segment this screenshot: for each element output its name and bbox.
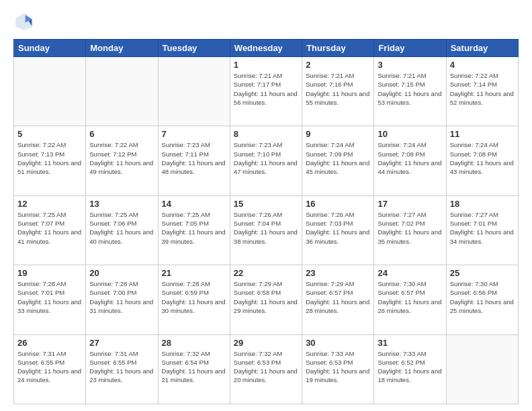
calendar-cell: 13Sunrise: 7:25 AM Sunset: 7:06 PM Dayli…: [86, 195, 158, 265]
day-info: Sunrise: 7:29 AM Sunset: 6:57 PM Dayligh…: [306, 279, 370, 315]
day-info: Sunrise: 7:26 AM Sunset: 7:04 PM Dayligh…: [234, 210, 298, 246]
calendar-cell: [158, 57, 230, 126]
calendar-cell: 2Sunrise: 7:21 AM Sunset: 7:16 PM Daylig…: [302, 57, 374, 126]
logo-icon: [13, 11, 35, 32]
calendar-cell: 5Sunrise: 7:22 AM Sunset: 7:13 PM Daylig…: [14, 126, 86, 195]
day-info: Sunrise: 7:33 AM Sunset: 6:53 PM Dayligh…: [306, 349, 370, 385]
calendar-cell: [446, 334, 518, 404]
calendar-cell: 30Sunrise: 7:33 AM Sunset: 6:53 PM Dayli…: [302, 334, 374, 404]
logo: [13, 11, 38, 32]
day-info: Sunrise: 7:23 AM Sunset: 7:11 PM Dayligh…: [162, 140, 226, 176]
day-number: 30: [306, 338, 370, 348]
day-number: 14: [162, 199, 226, 209]
calendar-cell: 4Sunrise: 7:22 AM Sunset: 7:14 PM Daylig…: [446, 57, 518, 126]
day-header-tuesday: Tuesday: [158, 40, 230, 57]
day-info: Sunrise: 7:30 AM Sunset: 6:56 PM Dayligh…: [450, 279, 515, 315]
calendar-cell: 7Sunrise: 7:23 AM Sunset: 7:11 PM Daylig…: [158, 126, 230, 195]
day-number: 1: [234, 60, 298, 70]
day-number: 3: [378, 60, 442, 70]
day-number: 4: [450, 60, 515, 70]
day-header-wednesday: Wednesday: [230, 40, 302, 57]
day-header-saturday: Saturday: [446, 40, 518, 57]
calendar-cell: 3Sunrise: 7:21 AM Sunset: 7:15 PM Daylig…: [374, 57, 446, 126]
day-number: 21: [162, 268, 226, 278]
day-number: 11: [450, 129, 515, 139]
calendar-week-1: 5Sunrise: 7:22 AM Sunset: 7:13 PM Daylig…: [14, 126, 519, 195]
day-number: 20: [89, 268, 154, 278]
calendar-table: SundayMondayTuesdayWednesdayThursdayFrid…: [13, 39, 519, 404]
day-number: 16: [306, 199, 370, 209]
day-info: Sunrise: 7:26 AM Sunset: 7:03 PM Dayligh…: [306, 210, 370, 246]
day-info: Sunrise: 7:31 AM Sunset: 6:55 PM Dayligh…: [17, 349, 82, 385]
day-header-thursday: Thursday: [302, 40, 374, 57]
day-info: Sunrise: 7:24 AM Sunset: 7:08 PM Dayligh…: [378, 140, 442, 176]
page: SundayMondayTuesdayWednesdayThursdayFrid…: [0, 0, 532, 411]
day-info: Sunrise: 7:23 AM Sunset: 7:10 PM Dayligh…: [234, 140, 298, 176]
day-number: 6: [89, 129, 154, 139]
calendar-cell: 31Sunrise: 7:33 AM Sunset: 6:52 PM Dayli…: [374, 334, 446, 404]
day-number: 25: [450, 268, 515, 278]
calendar-cell: 9Sunrise: 7:24 AM Sunset: 7:09 PM Daylig…: [302, 126, 374, 195]
calendar-cell: 20Sunrise: 7:28 AM Sunset: 7:00 PM Dayli…: [86, 265, 158, 334]
calendar-cell: 23Sunrise: 7:29 AM Sunset: 6:57 PM Dayli…: [302, 265, 374, 334]
day-info: Sunrise: 7:21 AM Sunset: 7:16 PM Dayligh…: [306, 71, 370, 107]
calendar-body: 1Sunrise: 7:21 AM Sunset: 7:17 PM Daylig…: [14, 57, 519, 404]
day-info: Sunrise: 7:22 AM Sunset: 7:13 PM Dayligh…: [17, 140, 82, 176]
calendar-cell: 21Sunrise: 7:28 AM Sunset: 6:59 PM Dayli…: [158, 265, 230, 334]
day-number: 5: [17, 129, 82, 139]
calendar-cell: 10Sunrise: 7:24 AM Sunset: 7:08 PM Dayli…: [374, 126, 446, 195]
calendar-cell: 26Sunrise: 7:31 AM Sunset: 6:55 PM Dayli…: [14, 334, 86, 404]
day-info: Sunrise: 7:27 AM Sunset: 7:02 PM Dayligh…: [378, 210, 442, 246]
calendar-header: SundayMondayTuesdayWednesdayThursdayFrid…: [14, 40, 519, 57]
calendar-cell: 15Sunrise: 7:26 AM Sunset: 7:04 PM Dayli…: [230, 195, 302, 265]
calendar-cell: 12Sunrise: 7:25 AM Sunset: 7:07 PM Dayli…: [14, 195, 86, 265]
day-number: 8: [234, 129, 298, 139]
day-info: Sunrise: 7:25 AM Sunset: 7:05 PM Dayligh…: [162, 210, 226, 246]
day-header-monday: Monday: [86, 40, 158, 57]
day-number: 23: [306, 268, 370, 278]
day-info: Sunrise: 7:22 AM Sunset: 7:14 PM Dayligh…: [450, 71, 515, 107]
day-info: Sunrise: 7:29 AM Sunset: 6:58 PM Dayligh…: [234, 279, 298, 315]
day-number: 26: [17, 338, 82, 348]
calendar-cell: [86, 57, 158, 126]
header-row: SundayMondayTuesdayWednesdayThursdayFrid…: [14, 40, 519, 57]
calendar-cell: 11Sunrise: 7:24 AM Sunset: 7:08 PM Dayli…: [446, 126, 518, 195]
day-header-friday: Friday: [374, 40, 446, 57]
day-number: 31: [378, 338, 442, 348]
day-number: 15: [234, 199, 298, 209]
day-info: Sunrise: 7:25 AM Sunset: 7:06 PM Dayligh…: [89, 210, 154, 246]
calendar-cell: 17Sunrise: 7:27 AM Sunset: 7:02 PM Dayli…: [374, 195, 446, 265]
calendar-week-4: 26Sunrise: 7:31 AM Sunset: 6:55 PM Dayli…: [14, 334, 519, 404]
calendar-cell: 14Sunrise: 7:25 AM Sunset: 7:05 PM Dayli…: [158, 195, 230, 265]
day-number: 17: [378, 199, 442, 209]
calendar-cell: 8Sunrise: 7:23 AM Sunset: 7:10 PM Daylig…: [230, 126, 302, 195]
day-number: 24: [378, 268, 442, 278]
day-number: 7: [162, 129, 226, 139]
day-info: Sunrise: 7:28 AM Sunset: 6:59 PM Dayligh…: [162, 279, 226, 315]
day-number: 18: [450, 199, 515, 209]
day-info: Sunrise: 7:24 AM Sunset: 7:08 PM Dayligh…: [450, 140, 515, 176]
calendar-cell: 16Sunrise: 7:26 AM Sunset: 7:03 PM Dayli…: [302, 195, 374, 265]
calendar-cell: 18Sunrise: 7:27 AM Sunset: 7:01 PM Dayli…: [446, 195, 518, 265]
day-info: Sunrise: 7:30 AM Sunset: 6:57 PM Dayligh…: [378, 279, 442, 315]
calendar-week-3: 19Sunrise: 7:28 AM Sunset: 7:01 PM Dayli…: [14, 265, 519, 334]
calendar-cell: 19Sunrise: 7:28 AM Sunset: 7:01 PM Dayli…: [14, 265, 86, 334]
day-info: Sunrise: 7:32 AM Sunset: 6:54 PM Dayligh…: [162, 349, 226, 385]
day-info: Sunrise: 7:21 AM Sunset: 7:15 PM Dayligh…: [378, 71, 442, 107]
day-info: Sunrise: 7:32 AM Sunset: 6:53 PM Dayligh…: [234, 349, 298, 385]
day-number: 27: [89, 338, 154, 348]
day-number: 2: [306, 60, 370, 70]
day-number: 9: [306, 129, 370, 139]
calendar-week-2: 12Sunrise: 7:25 AM Sunset: 7:07 PM Dayli…: [14, 195, 519, 265]
day-info: Sunrise: 7:22 AM Sunset: 7:12 PM Dayligh…: [89, 140, 154, 176]
calendar-cell: 28Sunrise: 7:32 AM Sunset: 6:54 PM Dayli…: [158, 334, 230, 404]
calendar-cell: 27Sunrise: 7:31 AM Sunset: 6:55 PM Dayli…: [86, 334, 158, 404]
calendar-cell: 29Sunrise: 7:32 AM Sunset: 6:53 PM Dayli…: [230, 334, 302, 404]
day-info: Sunrise: 7:31 AM Sunset: 6:55 PM Dayligh…: [89, 349, 154, 385]
calendar-week-0: 1Sunrise: 7:21 AM Sunset: 7:17 PM Daylig…: [14, 57, 519, 126]
calendar-cell: 22Sunrise: 7:29 AM Sunset: 6:58 PM Dayli…: [230, 265, 302, 334]
day-info: Sunrise: 7:21 AM Sunset: 7:17 PM Dayligh…: [234, 71, 298, 107]
day-number: 22: [234, 268, 298, 278]
calendar-cell: 1Sunrise: 7:21 AM Sunset: 7:17 PM Daylig…: [230, 57, 302, 126]
day-number: 28: [162, 338, 226, 348]
